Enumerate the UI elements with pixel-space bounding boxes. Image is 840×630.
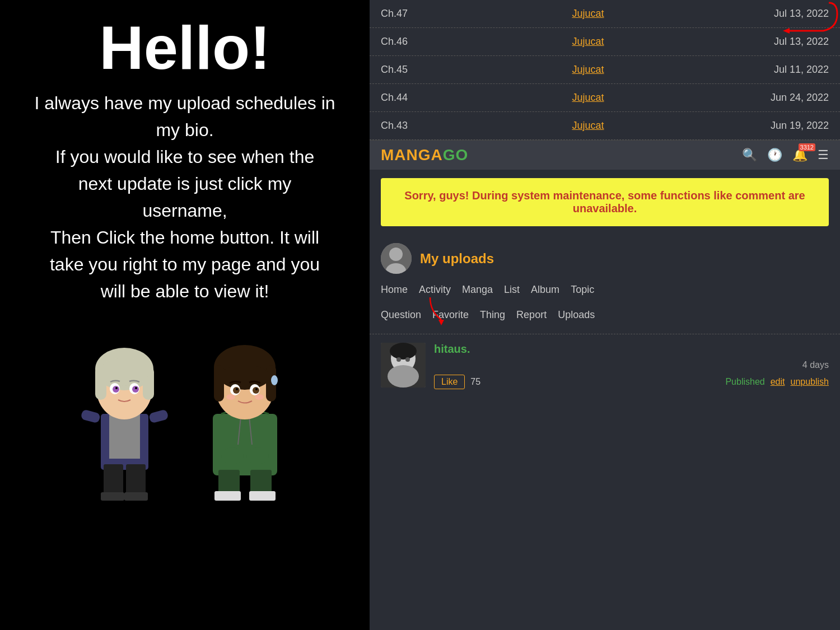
- chapter-row: Ch.44 Jujucat Jun 24, 2022: [370, 84, 840, 112]
- chapter-number: Ch.43: [381, 120, 437, 132]
- nav-tabs-row1: Home Activity Manga List Album Topic: [381, 279, 829, 300]
- chapter-number: Ch.46: [381, 36, 437, 48]
- profile-username[interactable]: My uploads: [420, 251, 494, 267]
- characters-area: [70, 327, 300, 501]
- tab-thing[interactable]: Thing: [480, 307, 505, 323]
- description-text: I always have my upload schedules in my …: [34, 90, 335, 305]
- upload-username[interactable]: hitaus.: [434, 343, 829, 356]
- upload-meta: 4 days: [434, 360, 829, 370]
- svg-point-37: [233, 387, 240, 394]
- chapter-date: Jul 11, 2022: [739, 64, 829, 76]
- chapter-row: Ch.47 Jujucat Jul 13, 2022: [370, 0, 840, 28]
- menu-icon[interactable]: ☰: [818, 148, 829, 162]
- svg-point-15: [132, 386, 139, 393]
- upload-info: hitaus. 4 days Like 75 Published edit un…: [434, 343, 829, 389]
- chapter-row: Ch.45 Jujucat Jul 11, 2022: [370, 56, 840, 84]
- character-1: [70, 327, 179, 501]
- header-icons: 🔍 🕐 🔔 3312 ☰: [742, 148, 829, 162]
- tab-activity[interactable]: Activity: [419, 282, 451, 297]
- chapter-list: Ch.47 Jujucat Jul 13, 2022 Ch.46 Jujucat…: [370, 0, 840, 141]
- chapter-uploader[interactable]: Jujucat: [437, 64, 739, 76]
- character-2: [190, 327, 300, 501]
- svg-point-40: [255, 388, 258, 390]
- svg-rect-1: [109, 414, 140, 459]
- mangago-header: MANGAGO 🔍 🕐 🔔 3312 ☰: [370, 141, 840, 170]
- maintenance-banner: Sorry, guys! During system maintenance, …: [381, 178, 829, 226]
- mangago-logo: MANGAGO: [381, 146, 468, 164]
- svg-rect-2: [104, 464, 123, 495]
- svg-rect-4: [101, 492, 124, 501]
- svg-point-51: [390, 343, 417, 360]
- svg-rect-19: [148, 409, 169, 423]
- tab-list[interactable]: List: [504, 282, 520, 297]
- unpublish-link[interactable]: unpublish: [791, 377, 829, 387]
- svg-rect-32: [214, 365, 224, 402]
- upload-thumbnail: [381, 343, 426, 388]
- svg-rect-26: [249, 491, 276, 501]
- svg-point-50: [388, 365, 419, 388]
- activity-arrow: [424, 295, 469, 328]
- chapter-date: Jul 13, 2022: [739, 8, 829, 20]
- notification-badge: 3312: [799, 143, 815, 151]
- notification-container: 🔔 3312: [792, 148, 808, 162]
- svg-point-17: [135, 387, 137, 389]
- svg-marker-47: [438, 320, 444, 325]
- chapter-row: Ch.43 Jujucat Jun 19, 2022: [370, 112, 840, 140]
- svg-point-42: [255, 394, 264, 400]
- svg-point-53: [405, 357, 410, 362]
- tab-topic[interactable]: Topic: [571, 282, 594, 297]
- chapter-number: Ch.44: [381, 92, 437, 104]
- page-title: Hello!: [99, 17, 270, 78]
- logo-manga[interactable]: MANGA: [381, 146, 443, 164]
- tab-uploads[interactable]: Uploads: [558, 307, 595, 323]
- svg-point-41: [226, 394, 235, 400]
- svg-point-34: [271, 375, 278, 385]
- edit-link[interactable]: edit: [771, 377, 785, 387]
- chapter-uploader[interactable]: Jujucat: [437, 8, 739, 20]
- history-icon[interactable]: 🕐: [767, 148, 782, 162]
- svg-point-14: [113, 386, 119, 393]
- svg-point-45: [389, 248, 403, 261]
- chapter-row: Ch.46 Jujucat Jul 13, 2022: [370, 28, 840, 56]
- tab-report[interactable]: Report: [516, 307, 547, 323]
- chapter-date: Jun 19, 2022: [739, 120, 829, 132]
- profile-section: My uploads Home Activity Manga List Albu…: [370, 235, 840, 334]
- svg-rect-25: [214, 491, 241, 501]
- upload-actions: Like 75 Published edit unpublish: [434, 375, 829, 389]
- right-panel: Ch.47 Jujucat Jul 13, 2022 Ch.46 Jujucat…: [370, 0, 840, 630]
- svg-rect-18: [80, 409, 101, 423]
- logo-go[interactable]: GO: [443, 146, 469, 164]
- svg-point-28: [246, 447, 269, 464]
- svg-point-39: [236, 388, 238, 390]
- tab-album[interactable]: Album: [531, 282, 559, 297]
- chapter-uploader[interactable]: Jujucat: [437, 120, 739, 132]
- upload-item: hitaus. 4 days Like 75 Published edit un…: [370, 334, 840, 398]
- svg-rect-3: [126, 464, 146, 495]
- like-button[interactable]: Like: [434, 375, 465, 389]
- profile-avatar: [381, 243, 412, 274]
- search-icon[interactable]: 🔍: [742, 148, 757, 162]
- svg-point-38: [253, 387, 259, 394]
- chapter-uploader[interactable]: Jujucat: [437, 92, 739, 104]
- nav-row-1: Home Activity Manga List Album Topic Que…: [381, 279, 829, 325]
- svg-point-27: [221, 447, 244, 464]
- top-arrow-container: Ch.47 Jujucat Jul 13, 2022: [370, 0, 840, 28]
- chapter-date: Jun 24, 2022: [739, 92, 829, 104]
- svg-rect-20: [213, 414, 277, 475]
- like-count: 75: [470, 377, 480, 387]
- chapter-uploader[interactable]: Jujucat: [437, 36, 739, 48]
- profile-header: My uploads: [381, 243, 829, 274]
- tab-question[interactable]: Question: [381, 307, 421, 323]
- published-label: Published: [725, 377, 764, 387]
- chapter-number: Ch.45: [381, 64, 437, 76]
- left-panel: Hello! I always have my upload schedules…: [0, 0, 370, 630]
- svg-point-16: [115, 387, 118, 389]
- chapter-number: Ch.47: [381, 8, 437, 20]
- svg-point-52: [396, 357, 401, 362]
- upload-time: 4 days: [434, 360, 829, 370]
- tab-home[interactable]: Home: [381, 282, 408, 297]
- svg-rect-5: [124, 492, 148, 501]
- chapter-date: Jul 13, 2022: [739, 36, 829, 48]
- svg-point-11: [99, 358, 150, 386]
